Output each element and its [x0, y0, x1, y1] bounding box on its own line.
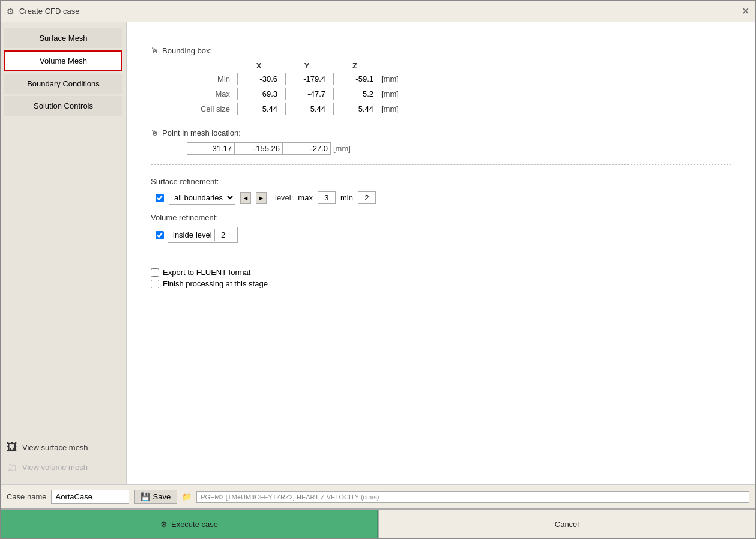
- bounding-box-icon: 🖱: [151, 46, 159, 55]
- finish-processing-row: Finish processing at this stage: [151, 279, 731, 288]
- view-volume-mesh-button: 🗂 View volume mesh: [7, 461, 120, 474]
- surface-refinement-row: all boundaries ◄ ► level: max min: [156, 191, 731, 205]
- min-x-input[interactable]: [237, 73, 280, 85]
- volume-refinement-section: Volume refinement: inside level: [151, 213, 731, 243]
- max-label: max: [298, 193, 313, 202]
- folder-icon: 📁: [182, 492, 192, 501]
- point-z-input[interactable]: [283, 142, 331, 155]
- point-inputs: [mm]: [187, 142, 731, 155]
- cell-unit: [mm]: [379, 101, 427, 116]
- col-x: X: [235, 60, 283, 71]
- point-in-mesh-section: 🖱 Point in mesh location: [mm]: [151, 128, 731, 155]
- save-button[interactable]: 💾 Save: [134, 490, 177, 504]
- finish-processing-label: Finish processing at this stage: [163, 279, 268, 288]
- inside-box: inside level: [168, 227, 238, 243]
- point-icon: 🖱: [151, 128, 159, 137]
- inside-label: inside: [173, 230, 193, 239]
- execute-button[interactable]: ⚙ Execute case: [1, 510, 378, 538]
- sidebar-item-solution-controls[interactable]: Solution Controls: [4, 96, 122, 116]
- max-unit: [mm]: [379, 86, 427, 101]
- max-label: Max: [187, 86, 235, 101]
- cell-x-input[interactable]: [237, 103, 280, 115]
- nav-next-button[interactable]: ►: [256, 192, 267, 204]
- surface-mesh-icon: 🖼: [7, 441, 17, 454]
- cell-z-input[interactable]: [333, 103, 376, 115]
- min-label: min: [340, 193, 353, 202]
- cancel-label: Cancel: [555, 520, 579, 529]
- bounding-box-table: X Y Z Min [m: [187, 60, 731, 116]
- volume-refinement-checkbox[interactable]: [156, 231, 164, 239]
- min-unit: [mm]: [379, 71, 427, 86]
- view-surface-mesh-button[interactable]: 🖼 View surface mesh: [7, 441, 120, 454]
- max-y-input[interactable]: [285, 88, 328, 100]
- main-area: Surface Mesh Volume Mesh Boundary Condit…: [1, 22, 755, 484]
- nav-prev-button[interactable]: ◄: [240, 192, 251, 204]
- export-section: Export to FLUENT format Finish processin…: [151, 268, 731, 291]
- sidebar-item-volume-mesh[interactable]: Volume Mesh: [4, 50, 122, 71]
- surface-refinement-label: Surface refinement:: [151, 177, 731, 186]
- sidebar-item-surface-mesh[interactable]: Surface Mesh: [4, 28, 122, 48]
- min-z-input[interactable]: [333, 73, 376, 85]
- path-display: PGEM2 [TM+UMIIOFFYTZRZ2] HEART Z VELOCIT…: [196, 491, 749, 503]
- min-label: Min: [187, 71, 235, 86]
- content-area: 🖱 Bounding box: X Y Z: [127, 22, 755, 484]
- cell-label: Cell size: [187, 101, 235, 116]
- app-icon: ⚙: [7, 7, 14, 16]
- col-z: Z: [331, 60, 379, 71]
- point-unit: [mm]: [331, 144, 351, 153]
- max-z-input[interactable]: [333, 88, 376, 100]
- export-fluent-row: Export to FLUENT format: [151, 268, 731, 277]
- volume-level-input[interactable]: [214, 229, 232, 241]
- col-y: Y: [283, 60, 331, 71]
- execute-label: Execute case: [171, 520, 218, 529]
- export-fluent-checkbox[interactable]: [151, 268, 159, 277]
- point-y-input[interactable]: [235, 142, 283, 155]
- surface-refinement-section: Surface refinement: all boundaries ◄ ► l…: [151, 177, 731, 205]
- case-name-label: Case name: [7, 492, 46, 501]
- max-level-input[interactable]: [318, 191, 336, 204]
- cell-y-input[interactable]: [285, 103, 328, 115]
- bounding-box-min-row: Min [mm]: [187, 71, 427, 86]
- surface-refinement-dropdown[interactable]: all boundaries: [169, 191, 235, 205]
- bounding-box-header: 🖱 Bounding box:: [151, 46, 731, 55]
- title-bar: ⚙ Create CFD case ✕: [1, 1, 755, 22]
- surface-refinement-checkbox[interactable]: [156, 194, 164, 202]
- divider-1: [151, 164, 731, 165]
- title-bar-left: ⚙ Create CFD case: [7, 7, 79, 16]
- min-y-input[interactable]: [285, 73, 328, 85]
- volume-refinement-label: Volume refinement:: [151, 213, 731, 222]
- level-label: level:: [275, 193, 293, 202]
- main-window: ⚙ Create CFD case ✕ Surface Mesh Volume …: [0, 0, 756, 539]
- sidebar-spacer: [1, 117, 126, 436]
- point-x-input[interactable]: [187, 142, 235, 155]
- volume-refinement-row: inside level: [156, 227, 731, 243]
- volume-mesh-icon: 🗂: [7, 461, 17, 474]
- window-title: Create CFD case: [19, 7, 79, 16]
- bounding-box-max-row: Max [mm]: [187, 86, 427, 101]
- export-fluent-label: Export to FLUENT format: [163, 268, 250, 277]
- bottom-bar: Case name 💾 Save 📁 PGEM2 [TM+UMIIOFFYTZR…: [1, 484, 755, 508]
- point-header: 🖱 Point in mesh location:: [151, 128, 731, 137]
- vol-level-label: level: [196, 230, 212, 239]
- save-icon: 💾: [141, 492, 150, 501]
- bounding-box-cell-row: Cell size [mm]: [187, 101, 427, 116]
- max-x-input[interactable]: [237, 88, 280, 100]
- finish-processing-checkbox[interactable]: [151, 280, 159, 288]
- min-level-input[interactable]: [358, 191, 376, 204]
- footer: ⚙ Execute case Cancel: [1, 508, 755, 538]
- surface-refinement-checkbox-item: [156, 194, 164, 202]
- close-button[interactable]: ✕: [742, 5, 749, 17]
- divider-2: [151, 253, 731, 253]
- sidebar: Surface Mesh Volume Mesh Boundary Condit…: [1, 22, 127, 484]
- execute-icon: ⚙: [160, 520, 168, 529]
- cancel-button[interactable]: Cancel: [378, 510, 755, 538]
- sidebar-item-boundary-conditions[interactable]: Boundary Conditions: [4, 74, 122, 94]
- case-name-input[interactable]: [51, 490, 129, 504]
- bounding-box-section: 🖱 Bounding box: X Y Z: [151, 46, 731, 116]
